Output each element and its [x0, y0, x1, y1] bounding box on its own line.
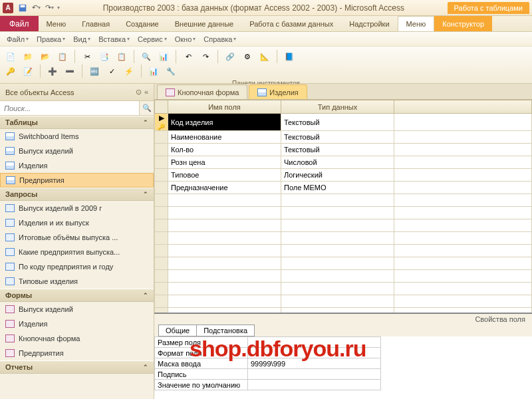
- tool-icon[interactable]: 📂: [39, 50, 52, 63]
- tool-icon[interactable]: 🔤: [88, 65, 101, 78]
- form-icon: [5, 320, 15, 328]
- tab-home[interactable]: Главная: [74, 16, 118, 31]
- contextual-tab-label: Работа с таблицами: [448, 2, 529, 14]
- search-input[interactable]: [0, 101, 139, 115]
- menu-help[interactable]: Справка▾: [201, 35, 239, 43]
- file-tab[interactable]: Файл: [0, 16, 39, 31]
- tool-icon[interactable]: 🔑: [4, 65, 17, 78]
- menu-insert[interactable]: Вставка▾: [96, 35, 132, 43]
- nav-group-header[interactable]: Отчеты⌃: [0, 360, 154, 374]
- nav-group-header[interactable]: Таблицы⌃: [0, 116, 154, 129]
- tool-icon[interactable]: 🔧: [164, 65, 178, 78]
- nav-group-header[interactable]: Формы⌃: [0, 289, 154, 302]
- table-icon: [5, 132, 15, 140]
- nav-item[interactable]: Кнопочная форма: [0, 331, 154, 346]
- tool-icon[interactable]: 📋: [56, 50, 69, 63]
- nav-dropdown-icon[interactable]: ⊙: [136, 88, 142, 96]
- nav-item[interactable]: Итоговые объёмы выпуска ...: [0, 230, 154, 245]
- props-title: Свойства поля: [154, 314, 532, 325]
- document-area: Кнопочная форма Изделия Имя поляТип данн…: [154, 84, 532, 399]
- navigation-pane: Все объекты Access ⊙ « 🔍 Таблицы⌃Switchb…: [0, 84, 154, 399]
- form-icon: [5, 334, 15, 342]
- tool-icon[interactable]: 📄: [4, 50, 17, 63]
- tab-table[interactable]: Изделия: [249, 84, 307, 99]
- menu-file[interactable]: Файл▾: [4, 35, 31, 43]
- query-icon: [5, 263, 15, 271]
- tab-external[interactable]: Внешние данные: [167, 16, 241, 31]
- nav-item[interactable]: Выпуск изделий: [0, 302, 154, 317]
- nav-item[interactable]: Какие предприятия выпуска...: [0, 245, 154, 259]
- nav-item[interactable]: Предприятия: [0, 173, 154, 188]
- search-icon[interactable]: 🔍: [139, 101, 154, 115]
- nav-item[interactable]: Типовые изделия: [0, 274, 154, 289]
- menu-view[interactable]: Вид▾: [70, 35, 93, 43]
- tool-icon[interactable]: 📝: [21, 65, 35, 78]
- tool-icon[interactable]: ✓: [105, 65, 118, 78]
- redo-icon[interactable]: ↷▾: [44, 3, 55, 13]
- query-icon: [5, 204, 15, 212]
- tool-icon[interactable]: ↶: [182, 50, 195, 63]
- nav-item[interactable]: Switchboard Items: [0, 129, 154, 144]
- nav-item[interactable]: Выпуск изделий в 2009 г: [0, 201, 154, 215]
- ribbon-toolbar: 📄 📁 📂 📋 ✂ 📑 📋 🔍 📊 ↶ ↷ 🔗 ⚙ 📐 📘 🔑 📝 ➕ ➖ 🔤 …: [0, 47, 532, 84]
- titlebar: A ↶▾ ↷▾ ▾ Производство 2003 : база данны…: [0, 0, 532, 16]
- form-icon: [5, 305, 15, 313]
- tool-icon[interactable]: 📘: [283, 50, 296, 63]
- tool-icon[interactable]: 📋: [115, 50, 128, 63]
- table-icon: [5, 162, 15, 170]
- nav-search: 🔍: [0, 101, 154, 116]
- tool-icon[interactable]: ✂: [80, 50, 94, 63]
- nav-item[interactable]: Изделия: [0, 317, 154, 331]
- menu-window[interactable]: Окно▾: [172, 35, 199, 43]
- nav-item[interactable]: По коду предприятия и году: [0, 259, 154, 274]
- svg-rect-1: [21, 5, 25, 7]
- nav-collapse-icon[interactable]: «: [144, 88, 148, 96]
- tab-form[interactable]: Кнопочная форма: [157, 84, 247, 99]
- tool-icon[interactable]: ➖: [63, 65, 76, 78]
- app-icon: A: [3, 3, 13, 13]
- tool-icon[interactable]: 📑: [98, 50, 111, 63]
- table-icon: [257, 88, 267, 96]
- table-icon: [5, 147, 15, 155]
- document-tabs: Кнопочная форма Изделия: [154, 84, 532, 100]
- nav-item[interactable]: Выпуск изделий: [0, 144, 154, 158]
- tool-icon[interactable]: ➕: [46, 65, 59, 78]
- query-icon: [5, 277, 15, 285]
- nav-item[interactable]: Изделия: [0, 158, 154, 173]
- tool-icon[interactable]: 📐: [258, 50, 271, 63]
- nav-item[interactable]: Предприятия: [0, 346, 154, 360]
- tab-create[interactable]: Создание: [118, 16, 167, 31]
- ribbon-tabs: Файл Меню Главная Создание Внешние данны…: [0, 16, 532, 32]
- tool-icon[interactable]: 📊: [157, 50, 170, 63]
- design-grid[interactable]: Имя поляТип данных▶🔑Код изделияТекстовый…: [154, 100, 532, 313]
- query-icon: [5, 219, 15, 227]
- tool-icon[interactable]: ↷: [199, 50, 212, 63]
- legacy-menubar: Файл▾ Правка▾ Вид▾ Вставка▾ Сервис▾ Окно…: [0, 32, 532, 47]
- tool-icon[interactable]: ⚙: [241, 50, 254, 63]
- tab-addins[interactable]: Надстройки: [341, 16, 397, 31]
- props-tab-general[interactable]: Общие: [158, 325, 196, 336]
- tool-icon[interactable]: 📁: [21, 50, 35, 63]
- tool-icon[interactable]: ⚡: [122, 65, 136, 78]
- props-tab-lookup[interactable]: Подстановка: [196, 325, 255, 336]
- nav-group-header[interactable]: Запросы⌃: [0, 188, 154, 201]
- menu-service[interactable]: Сервис▾: [135, 35, 170, 43]
- menu-edit[interactable]: Правка▾: [34, 35, 68, 43]
- tab-design[interactable]: Конструктор: [434, 16, 492, 31]
- query-icon: [5, 233, 15, 241]
- tab-menu[interactable]: Меню: [39, 16, 74, 31]
- tool-icon[interactable]: 🔍: [140, 50, 153, 63]
- save-icon[interactable]: [17, 3, 28, 13]
- table-icon: [6, 176, 15, 184]
- tool-icon[interactable]: 📊: [147, 65, 160, 78]
- quick-access-toolbar: ↶▾ ↷▾ ▾: [17, 3, 60, 13]
- tab-menu2[interactable]: Меню: [398, 16, 435, 31]
- query-icon: [5, 248, 15, 256]
- nav-header[interactable]: Все объекты Access ⊙ «: [0, 84, 154, 101]
- nav-item[interactable]: Изделия и их выпуск: [0, 215, 154, 230]
- tool-icon[interactable]: 🔗: [223, 50, 237, 63]
- form-icon: [5, 349, 15, 357]
- field-properties: Свойства поля Общие Подстановка Размер п…: [154, 313, 532, 399]
- undo-icon[interactable]: ↶▾: [31, 3, 41, 13]
- tab-dbtools[interactable]: Работа с базами данных: [241, 16, 341, 31]
